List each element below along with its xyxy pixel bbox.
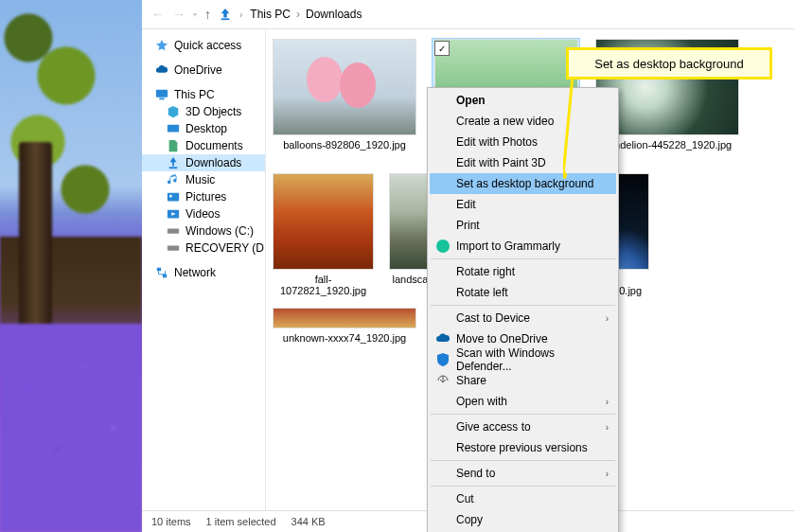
ctx-send-to[interactable]: Send to›	[430, 463, 616, 484]
nav-label: OneDrive	[174, 63, 222, 77]
ctx-label: Open	[456, 94, 486, 107]
ctx-cast[interactable]: Cast to Device›	[430, 308, 616, 328]
nav-quick-access[interactable]: Quick access	[142, 37, 265, 54]
file-name: fall-1072821_1920.jpg	[274, 274, 373, 296]
file-item[interactable]: balloons-892806_1920.jpg	[274, 39, 415, 162]
chevron-right-icon: ›	[606, 313, 609, 324]
ctx-rotate-right[interactable]: Rotate right	[430, 261, 616, 282]
ctx-separator	[431, 414, 615, 415]
ctx-separator	[431, 305, 615, 306]
nav-label: Music	[186, 173, 215, 186]
ctx-separator	[431, 460, 615, 461]
file-item[interactable]: unknown-xxxx74_1920.jpg	[274, 308, 415, 344]
drive-icon	[167, 224, 180, 238]
shield-icon	[435, 352, 450, 367]
ctx-edit[interactable]: Edit	[430, 194, 616, 215]
nav-label: 3D Objects	[186, 105, 241, 118]
breadcrumb-folder[interactable]: Downloads	[306, 8, 362, 21]
file-name: unknown-xxxx74_1920.jpg	[283, 332, 406, 344]
ctx-cut[interactable]: Cut	[430, 488, 616, 509]
nav-up-button[interactable]: ↑	[204, 7, 211, 22]
cloud-icon	[435, 331, 450, 346]
checkbox-icon[interactable]: ✓	[434, 41, 450, 56]
svg-rect-3	[168, 125, 179, 133]
nav-videos[interactable]: Videos	[142, 205, 265, 222]
ctx-label: Copy	[456, 513, 483, 526]
ctx-label: Cut	[456, 492, 474, 505]
file-name: balloons-892806_1920.jpg	[283, 139, 406, 151]
ctx-print[interactable]: Print	[430, 215, 616, 236]
cloud-icon	[155, 63, 168, 77]
svg-rect-11	[163, 275, 167, 278]
ctx-restore[interactable]: Restore previous versions	[430, 437, 616, 458]
ctx-label: Give access to	[456, 420, 531, 434]
wallpaper-flowers	[0, 324, 142, 532]
annotation-text: Set as desktop background	[594, 57, 744, 71]
nav-documents[interactable]: Documents	[142, 137, 265, 154]
ctx-label: Scan with Windows Defender...	[456, 346, 597, 373]
file-thumbnail	[273, 39, 416, 135]
nav-downloads[interactable]: Downloads	[142, 154, 265, 171]
nav-label: RECOVERY (D:)	[186, 241, 266, 255]
svg-rect-1	[156, 90, 168, 98]
annotation-arrow	[563, 71, 677, 194]
document-icon	[167, 139, 180, 152]
ctx-label: Edit	[456, 198, 476, 211]
file-thumbnail	[273, 173, 374, 270]
svg-rect-2	[159, 98, 164, 100]
grammarly-icon	[435, 239, 450, 254]
status-size: 344 KB	[292, 516, 326, 527]
ctx-rotate-left[interactable]: Rotate left	[430, 282, 616, 303]
annotation-callout: Set as desktop background	[566, 47, 772, 80]
videos-icon	[167, 207, 180, 221]
nav-desktop[interactable]: Desktop	[142, 120, 265, 137]
nav-recovery-d[interactable]: RECOVERY (D:)	[142, 239, 265, 257]
ctx-label: Restore previous versions	[456, 441, 588, 454]
breadcrumb[interactable]: This PC › Downloads	[250, 8, 362, 21]
nav-forward-button[interactable]: →	[172, 7, 186, 22]
nav-label: This PC	[174, 88, 215, 101]
wallpaper-trees	[0, 0, 142, 532]
nav-label: Network	[174, 266, 216, 279]
nav-label: Downloads	[186, 156, 241, 169]
desktop-icon	[167, 122, 180, 135]
svg-rect-9	[168, 245, 179, 250]
downloads-icon	[219, 8, 232, 21]
svg-rect-10	[157, 268, 161, 272]
share-icon	[435, 373, 450, 388]
chevron-right-icon: ›	[606, 422, 609, 433]
nav-dropdown-button[interactable]: ▾	[193, 10, 197, 19]
nav-back-button[interactable]: ←	[151, 7, 165, 22]
status-count: 10 items	[151, 516, 191, 527]
nav-3d-objects[interactable]: 3D Objects	[142, 103, 265, 120]
nav-onedrive[interactable]: OneDrive	[142, 62, 265, 79]
nav-music[interactable]: Music	[142, 171, 265, 188]
address-bar: ← → ▾ ↑ › This PC › Downloads	[142, 0, 795, 29]
ctx-grammarly[interactable]: Import to Grammarly	[430, 236, 616, 257]
downloads-icon	[167, 156, 180, 169]
breadcrumb-sep-icon: ›	[296, 8, 300, 21]
ctx-defender[interactable]: Scan with Windows Defender...	[430, 349, 616, 370]
drive-icon	[167, 241, 180, 255]
file-thumbnail	[273, 308, 416, 328]
svg-point-14	[563, 171, 567, 179]
ctx-open-with[interactable]: Open with›	[430, 391, 616, 412]
nav-windows-c[interactable]: Windows (C:)	[142, 222, 265, 239]
svg-rect-4	[169, 167, 178, 168]
nav-this-pc[interactable]: This PC	[142, 86, 265, 103]
nav-pictures[interactable]: Pictures	[142, 188, 265, 205]
ctx-label: Rotate left	[456, 286, 508, 299]
svg-rect-8	[168, 228, 179, 233]
ctx-share[interactable]: Share	[430, 370, 616, 391]
music-icon	[167, 173, 180, 186]
nav-label: Videos	[186, 207, 220, 221]
file-item[interactable]: fall-1072821_1920.jpg	[274, 173, 373, 296]
svg-rect-5	[168, 193, 179, 202]
ctx-give-access[interactable]: Give access to›	[430, 417, 616, 437]
cube-icon	[167, 105, 180, 118]
ctx-separator	[431, 258, 615, 259]
ctx-copy[interactable]: Copy	[430, 509, 616, 530]
nav-network[interactable]: Network	[142, 264, 265, 281]
breadcrumb-root[interactable]: This PC	[250, 8, 291, 21]
nav-label: Desktop	[186, 122, 227, 135]
